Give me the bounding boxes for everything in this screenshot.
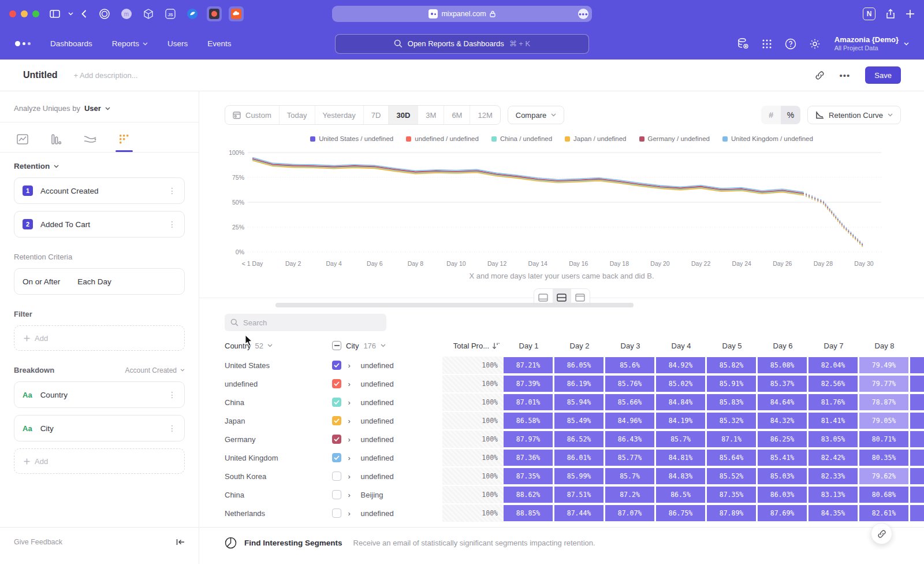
legend-item[interactable]: undefined / undefined	[406, 135, 479, 142]
retention-cell[interactable]: 85.76%	[605, 376, 654, 392]
chevron-down-icon[interactable]	[68, 12, 73, 16]
retention-cell[interactable]: 84.81%	[656, 450, 705, 466]
legend-item[interactable]: United States / undefined	[310, 135, 393, 142]
column-header-day-6[interactable]: Day 6	[758, 342, 807, 350]
column-header-day-7[interactable]: Day 7	[809, 342, 858, 350]
column-header-day-8[interactable]: Day 8	[860, 342, 909, 350]
retention-section-header[interactable]: Retention	[14, 162, 185, 170]
criteria-card[interactable]: On or After Each Day	[14, 268, 185, 295]
retention-cell[interactable]: 85.02%	[656, 376, 705, 392]
data-management-icon[interactable]	[737, 38, 749, 50]
retention-cell[interactable]: 79.49%	[859, 357, 908, 373]
retention-cell[interactable]: 85.99%	[554, 468, 603, 484]
active-tab-app-icon[interactable]	[207, 6, 222, 21]
row-checkbox[interactable]	[332, 453, 341, 462]
avatar-m-app-icon[interactable]: m	[119, 6, 134, 21]
tab-insights[interactable]	[16, 133, 29, 152]
retention-cell[interactable]: 86.43%	[605, 431, 654, 447]
retention-step-card[interactable]: 2Added To Cart⋮	[14, 211, 185, 238]
apps-grid-icon[interactable]	[762, 39, 772, 49]
table-search[interactable]	[225, 314, 386, 331]
nav-item-users[interactable]: Users	[167, 39, 188, 48]
column-header-total[interactable]: Total Pro...	[443, 342, 504, 350]
nav-item-events[interactable]: Events	[207, 39, 231, 48]
retention-step-card[interactable]: 1Account Created⋮	[14, 177, 185, 204]
column-header-day-4[interactable]: Day 4	[657, 342, 706, 350]
retention-cell[interactable]: 84.35%	[808, 505, 858, 521]
breakdown-property-name[interactable]: City	[40, 424, 54, 433]
add-breakdown-button[interactable]: Add	[14, 448, 185, 474]
range-3m[interactable]: 3M	[418, 106, 444, 124]
retention-cell[interactable]: 87.2%	[605, 487, 654, 503]
mixpanel-logo[interactable]	[15, 41, 31, 46]
legend-item[interactable]: China / undefined	[491, 135, 552, 142]
retention-cell[interactable]: 85.52%	[707, 468, 756, 484]
retention-cell[interactable]: 85.64%	[707, 450, 756, 466]
criteria-interval[interactable]: Each Day	[77, 277, 111, 286]
row-checkbox[interactable]	[332, 490, 341, 499]
breakdown-property-card[interactable]: AaCountry⋮	[14, 381, 185, 408]
retention-cell[interactable]: 87.39%	[504, 376, 553, 392]
retention-cell[interactable]: 85.03%	[758, 468, 807, 484]
range-custom[interactable]: Custom	[225, 106, 279, 124]
retention-cell[interactable]: 88.85%	[504, 505, 553, 521]
retention-cell[interactable]: 87.69%	[758, 505, 807, 521]
retention-cell[interactable]: 79.62%	[859, 468, 908, 484]
retention-cell[interactable]: 86.58%	[504, 413, 553, 429]
step-options-icon[interactable]: ⋮	[168, 220, 176, 229]
retention-cell[interactable]: 86.01%	[554, 450, 603, 466]
table-horizontal-scrollbar[interactable]	[275, 303, 634, 307]
retention-cell[interactable]: 85.49%	[554, 413, 603, 429]
row-checkbox[interactable]	[332, 398, 341, 407]
project-switcher[interactable]: Amazonia {Demo} All Project Data	[833, 35, 909, 53]
unit-count-button[interactable]: #	[761, 106, 781, 124]
retention-line-chart[interactable]: 0%25%50%75%100%< 1 DayDay 2Day 4Day 6Day…	[225, 146, 924, 269]
bird-app-icon[interactable]	[185, 6, 200, 21]
maximize-window-button[interactable]	[32, 10, 39, 17]
retention-cell[interactable]: 85.6%	[605, 357, 654, 373]
retention-cell[interactable]: 84.19%	[656, 413, 705, 429]
breakdown-options-icon[interactable]: ⋮	[168, 390, 176, 399]
report-title[interactable]: Untitled	[23, 70, 58, 80]
retention-cell[interactable]: 83.13%	[808, 487, 858, 503]
retention-cell[interactable]: 87.97%	[504, 431, 553, 447]
breakdown-options-icon[interactable]: ⋮	[168, 424, 176, 433]
analyze-value[interactable]: User	[84, 104, 101, 113]
row-expander-icon[interactable]: ›	[348, 380, 361, 388]
row-checkbox[interactable]	[332, 416, 341, 425]
row-expander-icon[interactable]: ›	[348, 417, 361, 425]
settings-gear-icon[interactable]	[809, 38, 821, 50]
nav-item-reports[interactable]: Reports	[112, 39, 148, 48]
retention-cell[interactable]: 85.94%	[554, 394, 603, 410]
retention-cell[interactable]: 85.7%	[656, 431, 705, 447]
row-expander-icon[interactable]: ›	[348, 435, 361, 444]
breakdown-scope-dropdown[interactable]: Account Created	[125, 366, 185, 374]
save-button[interactable]: Save	[865, 66, 901, 84]
range-yesterday[interactable]: Yesterday	[315, 106, 363, 124]
retention-cell[interactable]: 85.82%	[707, 357, 756, 373]
retention-cell[interactable]: 86.52%	[554, 431, 603, 447]
tab-funnels[interactable]	[50, 133, 62, 152]
retention-cell[interactable]: 85.08%	[758, 357, 807, 373]
retention-cell[interactable]: 87.51%	[554, 487, 603, 503]
retention-cell[interactable]: 82.04%	[808, 357, 858, 373]
row-expander-icon[interactable]: ›	[348, 398, 361, 407]
cube-app-icon[interactable]	[141, 6, 156, 21]
retention-cell[interactable]: 87.44%	[554, 505, 603, 521]
retention-cell[interactable]: 80.71%	[859, 431, 908, 447]
retention-cell[interactable]: 86.19%	[554, 376, 603, 392]
find-segments-title[interactable]: Find Interesting Segments	[244, 539, 342, 547]
retention-cell[interactable]: 85.66%	[605, 394, 654, 410]
retention-cell[interactable]: 86.03%	[758, 487, 807, 503]
retention-cell[interactable]: 81.76%	[808, 394, 858, 410]
minimize-window-button[interactable]	[21, 10, 28, 17]
retention-cell[interactable]: 84.92%	[656, 357, 705, 373]
retention-cell[interactable]: 85.32%	[707, 413, 756, 429]
step-event-name[interactable]: Added To Cart	[40, 220, 90, 229]
retention-cell[interactable]: 79.05%	[859, 413, 908, 429]
close-window-button[interactable]	[9, 10, 16, 17]
more-options-icon[interactable]: •••	[840, 70, 851, 80]
breakdown-property-card[interactable]: AaCity⋮	[14, 415, 185, 441]
row-expander-icon[interactable]: ›	[348, 509, 361, 518]
retention-cell[interactable]: 82.61%	[859, 505, 908, 521]
